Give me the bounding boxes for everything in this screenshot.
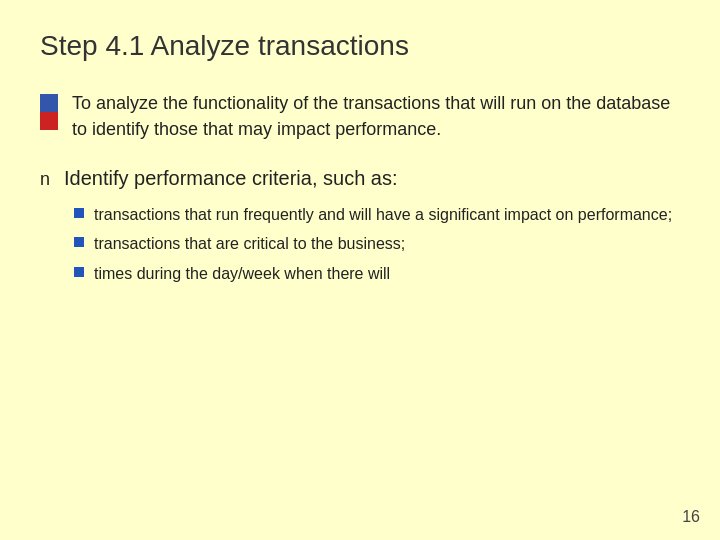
slide-title: Step 4.1 Analyze transactions — [40, 30, 680, 62]
colored-bullet-icon — [40, 94, 58, 130]
sub-bullet-text-1: transactions that run frequently and wil… — [94, 203, 680, 226]
slide-number: 16 — [682, 508, 700, 526]
first-bullet-block: To analyze the functionality of the tran… — [40, 90, 680, 142]
sub-bullet-icon-2 — [74, 237, 84, 247]
second-bullet-title: Identify performance criteria, such as: — [64, 164, 680, 193]
list-item: transactions that run frequently and wil… — [74, 203, 680, 226]
n-bullet-marker: n — [40, 166, 50, 192]
bullet-square-red — [40, 112, 58, 130]
bullet-square-blue — [40, 94, 58, 112]
content-area: To analyze the functionality of the tran… — [40, 90, 680, 285]
list-item: transactions that are critical to the bu… — [74, 232, 680, 255]
first-bullet-text: To analyze the functionality of the tran… — [72, 90, 680, 142]
sub-bullet-text-2: transactions that are critical to the bu… — [94, 232, 680, 255]
sub-bullet-text-3: times during the day/week when there wil… — [94, 262, 680, 285]
list-item: times during the day/week when there wil… — [74, 262, 680, 285]
sub-bullet-icon-3 — [74, 267, 84, 277]
second-bullet-block: n Identify performance criteria, such as… — [40, 164, 680, 285]
slide: Step 4.1 Analyze transactions To analyze… — [0, 0, 720, 540]
sub-bullet-icon-1 — [74, 208, 84, 218]
n-bullet-content: Identify performance criteria, such as: … — [64, 164, 680, 285]
sub-bullets-list: transactions that run frequently and wil… — [64, 203, 680, 285]
